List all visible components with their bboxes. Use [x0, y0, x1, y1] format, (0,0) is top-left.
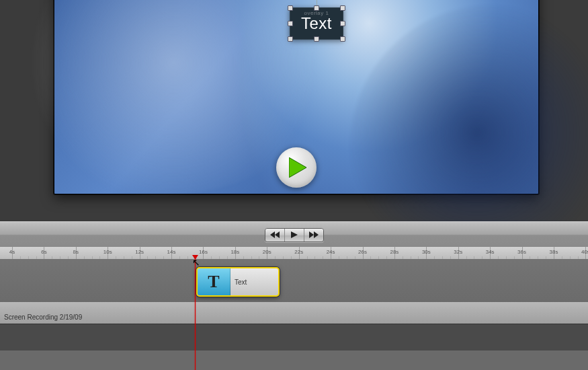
resize-handle-top-right[interactable] [340, 5, 345, 11]
rewind-button[interactable] [265, 229, 285, 242]
ruler-tick-label: 28s [390, 249, 398, 255]
play-button[interactable] [285, 229, 304, 242]
timeline-tracks: T Text Screen Recording 2/19/09 [0, 259, 588, 370]
video-track-label: Screen Recording 2/19/09 [4, 313, 82, 321]
ruler-tick-label: 4s [9, 249, 15, 255]
ruler-tick-label: 30s [422, 249, 431, 255]
svg-marker-1 [275, 231, 280, 238]
preview-area: overlay 1 Text [0, 0, 588, 221]
empty-track [0, 324, 588, 352]
ruler-tick-label: 22s [294, 249, 303, 255]
ruler-tick-label: 26s [358, 249, 367, 255]
svg-marker-4 [309, 231, 314, 238]
resize-handle-mid-top[interactable] [314, 5, 319, 11]
ruler-tick-label: 8s [73, 249, 79, 255]
text-clip-thumbnail: T [198, 268, 230, 295]
resize-handle-mid-bottom[interactable] [314, 36, 319, 42]
bottom-gutter [0, 350, 588, 370]
ruler-tick-label: 40s [581, 249, 588, 255]
resize-handle-mid-left[interactable] [288, 21, 293, 26]
ruler-tick-label: 18s [230, 249, 239, 255]
ruler-tick-label: 14s [167, 249, 176, 255]
ruler-tick-label: 32s [454, 249, 462, 255]
video-editor-app: overlay 1 Text [0, 0, 588, 370]
text-clip-label: Text [230, 279, 278, 286]
resize-handle-top-left[interactable] [288, 5, 293, 11]
svg-marker-2 [270, 231, 275, 238]
rewind-icon [270, 231, 280, 238]
overlay-caption: overlay 1 [304, 10, 329, 16]
play-icon [289, 157, 306, 178]
svg-marker-5 [314, 231, 319, 238]
text-overlay[interactable]: overlay 1 Text [290, 7, 343, 40]
ruler-tick-label: 16s [199, 249, 208, 255]
annotations-track[interactable]: T Text [0, 259, 588, 303]
ruler-tick-label: 24s [327, 249, 335, 255]
text-clip-icon-letter: T [208, 272, 219, 292]
transport-controls [265, 228, 324, 242]
play-icon-small [291, 231, 298, 238]
fast-forward-button[interactable] [304, 229, 323, 242]
rotate-stick [317, 0, 317, 5]
svg-marker-3 [291, 231, 298, 238]
time-ruler[interactable]: 4s6s8s10s12s14s16s18s20s22s24s26s28s30s3… [0, 247, 588, 260]
transport-bar [0, 221, 588, 248]
ruler-tick-label: 12s [135, 249, 144, 255]
resize-handle-mid-right[interactable] [340, 21, 345, 26]
ruler-tick-label: 38s [550, 249, 558, 255]
playhead[interactable] [195, 259, 196, 370]
ruler-tick-label: 36s [517, 249, 526, 255]
text-clip[interactable]: T Text [196, 267, 280, 297]
ruler-tick-label: 20s [263, 249, 271, 255]
fast-forward-icon [309, 231, 319, 238]
canvas-play-button[interactable] [276, 147, 317, 188]
resize-handle-bottom-left[interactable] [288, 36, 293, 42]
preview-canvas[interactable]: overlay 1 Text [54, 0, 539, 194]
resize-handle-bottom-right[interactable] [340, 36, 345, 42]
ruler-tick-label: 10s [103, 249, 112, 255]
svg-marker-0 [289, 157, 306, 178]
ruler-tick-label: 34s [486, 249, 495, 255]
text-overlay-label: Text [301, 14, 332, 33]
ruler-tick-label: 6s [41, 249, 46, 255]
video-track[interactable]: Screen Recording 2/19/09 [0, 302, 588, 324]
